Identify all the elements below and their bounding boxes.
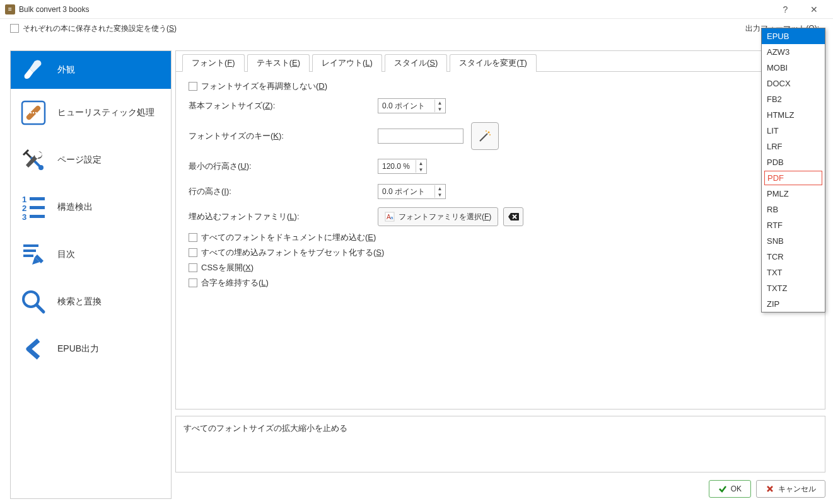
line-height-spinner[interactable]: 0.0 ポイント▲▼ [378, 184, 446, 199]
sidebar-item-label: ページ設定 [57, 154, 102, 166]
expand-css-checkbox[interactable] [189, 263, 197, 272]
base-font-size-spinner[interactable]: 0.0 ポイント▲▼ [378, 98, 446, 113]
format-option-mobi[interactable]: MOBI [762, 60, 825, 76]
sidebar-item-label: 目次 [57, 249, 75, 260]
svg-point-16 [488, 132, 490, 134]
format-option-docx[interactable]: DOCX [762, 76, 825, 91]
svg-rect-9 [30, 206, 45, 209]
keep-ligatures-checkbox[interactable] [189, 278, 197, 287]
cross-icon [766, 484, 774, 493]
app-icon: ≡ [5, 4, 15, 14]
format-option-fb2[interactable]: FB2 [762, 91, 825, 107]
svg-rect-12 [23, 244, 38, 247]
font-size-wizard-button[interactable] [471, 122, 499, 150]
sidebar-item-search-replace[interactable]: 検索と置換 [11, 278, 171, 325]
sidebar: 外観 ヒューリスティック処理 ページ設定 123 構造検出 目次 [10, 50, 172, 499]
tools-icon [18, 145, 49, 175]
window-title: Bulk convert 3 books [19, 5, 771, 14]
format-option-tcr[interactable]: TCR [762, 249, 825, 265]
output-format-dropdown[interactable]: EPUB AZW3 MOBI DOCX FB2 HTMLZ LIT LRF PD… [761, 28, 825, 312]
check-icon [718, 484, 727, 493]
numbered-list-icon: 123 [18, 192, 49, 222]
cancel-button[interactable]: キャンセル [756, 480, 825, 498]
format-option-rb[interactable]: RB [762, 202, 825, 217]
sidebar-item-label: EPUB出力 [57, 343, 99, 355]
svg-rect-11 [30, 215, 45, 218]
svg-rect-13 [23, 249, 36, 252]
titlebar: ≡ Bulk convert 3 books ? ✕ [0, 0, 833, 19]
sidebar-item-page-setup[interactable]: ページ設定 [11, 136, 171, 183]
format-option-lrf[interactable]: LRF [762, 139, 825, 154]
subset-fonts-checkbox[interactable] [189, 248, 197, 257]
format-option-txt[interactable]: TXT [762, 265, 825, 280]
svg-text:2: 2 [22, 203, 26, 213]
tab-layout[interactable]: レイアウト(L) [312, 54, 382, 72]
sidebar-item-look-feel[interactable]: 外観 [11, 51, 171, 89]
tab-style[interactable]: スタイル(S) [385, 54, 447, 72]
format-option-zip[interactable]: ZIP [762, 296, 825, 312]
svg-point-4 [35, 112, 37, 113]
line-height-label: 行の高さ(I): [189, 186, 378, 197]
no-font-rescale-checkbox[interactable] [189, 82, 197, 91]
footer-buttons: OK キャンセル [709, 480, 825, 498]
svg-point-3 [33, 112, 34, 113]
sidebar-item-toc[interactable]: 目次 [11, 231, 171, 278]
format-option-txtz[interactable]: TXTZ [762, 280, 825, 296]
svg-text:a: a [390, 215, 393, 220]
tab-text[interactable]: テキスト(E) [247, 54, 310, 72]
font-icon: Aa [385, 212, 395, 222]
tab-content: フォントサイズを再調整しない(D) 基本フォントサイズ(Z): 0.0 ポイント… [176, 72, 825, 301]
choose-font-family-button[interactable]: Aa フォントファミリを選択(F) [378, 207, 498, 226]
min-line-height-label: 最小の行高さ(U): [189, 161, 378, 172]
format-option-rtf[interactable]: RTF [762, 217, 825, 233]
brush-icon [18, 55, 49, 85]
min-line-height-spinner[interactable]: 120.0 %▲▼ [378, 159, 427, 174]
format-option-epub[interactable]: EPUB [762, 28, 825, 44]
close-button[interactable]: ✕ [800, 0, 828, 19]
hint-panel: すべてのフォントサイズの拡大縮小を止める [175, 416, 825, 472]
svg-text:3: 3 [22, 212, 26, 221]
format-option-htmlz[interactable]: HTMLZ [762, 107, 825, 123]
font-size-key-input[interactable] [378, 129, 463, 144]
top-options-bar: それぞれの本に保存された変換設定を使う(S) 出力フォーマット(O): [0, 19, 833, 38]
sidebar-item-label: 構造検出 [57, 202, 93, 213]
sidebar-item-output[interactable]: EPUB出力 [11, 325, 171, 372]
embed-all-fonts-checkbox[interactable] [189, 233, 197, 242]
svg-point-5 [38, 165, 44, 170]
sidebar-item-heuristic[interactable]: ヒューリスティック処理 [11, 89, 171, 136]
sidebar-item-label: ヒューリスティック処理 [57, 107, 154, 118]
bandaid-icon [18, 98, 49, 128]
hint-text: すべてのフォントサイズの拡大縮小を止める [183, 423, 347, 433]
sidebar-item-structure[interactable]: 123 構造検出 [11, 183, 171, 231]
svg-rect-14 [23, 255, 33, 257]
chevron-left-icon [18, 334, 49, 364]
format-option-azw3[interactable]: AZW3 [762, 44, 825, 60]
format-option-snb[interactable]: SNB [762, 233, 825, 249]
clear-font-family-button[interactable] [503, 207, 523, 226]
tab-transform-style[interactable]: スタイルを変更(T) [450, 54, 537, 72]
tab-fonts[interactable]: フォント(F) [182, 54, 245, 72]
embed-all-fonts-label: すべてのフォントをドキュメントに埋め込む(E) [201, 232, 376, 243]
font-size-key-label: フォントサイズのキー(K): [189, 130, 378, 142]
format-option-pdb[interactable]: PDB [762, 154, 825, 170]
format-option-pdf[interactable]: PDF [764, 171, 822, 185]
svg-text:1: 1 [22, 195, 26, 204]
sidebar-item-label: 検索と置換 [57, 296, 102, 307]
ok-button[interactable]: OK [709, 480, 751, 498]
toc-icon [18, 239, 49, 270]
no-font-rescale-label: フォントサイズを再調整しない(D) [201, 81, 327, 92]
wand-icon [477, 129, 492, 144]
help-button[interactable]: ? [771, 0, 800, 19]
svg-point-18 [486, 130, 487, 132]
sidebar-item-label: 外観 [57, 64, 75, 76]
erase-icon [508, 212, 519, 221]
format-option-pmlz[interactable]: PMLZ [762, 186, 825, 202]
use-saved-settings-checkbox[interactable] [10, 24, 19, 33]
svg-point-2 [30, 112, 32, 113]
embed-font-family-label: 埋め込むフォントファミリ(L): [189, 211, 378, 222]
format-option-lit[interactable]: LIT [762, 123, 825, 139]
svg-point-17 [489, 134, 491, 135]
subset-fonts-label: すべての埋め込みフォントをサブセット化する(S) [201, 247, 384, 258]
main-panel: フォント(F) テキスト(E) レイアウト(L) スタイル(S) スタイルを変更… [175, 50, 825, 410]
keep-ligatures-label: 合字を維持する(L) [201, 277, 269, 289]
